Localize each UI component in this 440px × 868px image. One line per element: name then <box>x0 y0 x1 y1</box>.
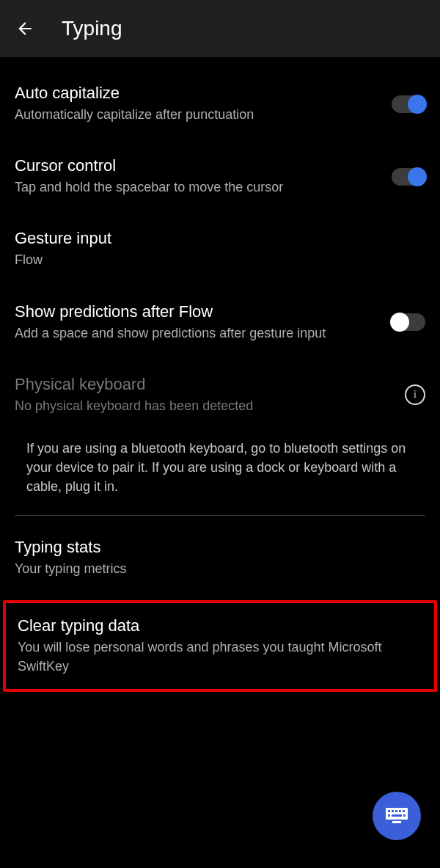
auto-capitalize-toggle[interactable] <box>392 95 425 113</box>
physical-keyboard-subtitle: No physical keyboard has been detected <box>15 397 393 415</box>
svg-rect-2 <box>392 810 394 812</box>
typing-stats-subtitle: Your typing metrics <box>15 560 425 578</box>
svg-rect-5 <box>403 810 405 812</box>
show-predictions-title: Show predictions after Flow <box>15 302 380 321</box>
gesture-input-title: Gesture input <box>15 229 425 248</box>
show-predictions-item[interactable]: Show predictions after Flow Add a space … <box>15 286 425 359</box>
info-icon[interactable]: i <box>405 384 425 405</box>
keyboard-fab[interactable] <box>373 792 421 840</box>
show-predictions-subtitle: Add a space and show predictions after g… <box>15 324 380 343</box>
clear-typing-data-title: Clear typing data <box>18 616 422 635</box>
back-arrow-icon[interactable] <box>15 18 35 39</box>
settings-content: Auto capitalize Automatically capitalize… <box>0 57 440 692</box>
cursor-control-toggle[interactable] <box>392 168 425 186</box>
cursor-control-subtitle: Tap and hold the spacebar to move the cu… <box>15 178 380 197</box>
auto-capitalize-subtitle: Automatically capitalize after punctuati… <box>15 106 380 124</box>
svg-rect-1 <box>388 810 390 812</box>
auto-capitalize-title: Auto capitalize <box>15 84 380 103</box>
app-header: Typing <box>0 0 440 57</box>
keyboard-icon <box>386 808 408 824</box>
keyboard-info-text: If you are using a bluetooth keyboard, g… <box>26 439 425 496</box>
svg-rect-9 <box>392 821 401 823</box>
page-title: Typing <box>62 17 122 40</box>
svg-rect-8 <box>403 814 406 817</box>
svg-rect-0 <box>386 808 408 820</box>
svg-rect-6 <box>388 814 390 817</box>
typing-stats-title: Typing stats <box>15 538 425 557</box>
gesture-input-subtitle: Flow <box>15 251 425 269</box>
clear-typing-data-subtitle: You will lose personal words and phrases… <box>18 638 422 675</box>
gesture-input-item[interactable]: Gesture input Flow <box>15 213 425 285</box>
physical-keyboard-title: Physical keyboard <box>15 375 393 394</box>
svg-rect-7 <box>392 814 402 817</box>
auto-capitalize-item[interactable]: Auto capitalize Automatically capitalize… <box>15 57 425 140</box>
clear-typing-data-highlight: Clear typing data You will lose personal… <box>3 600 437 691</box>
keyboard-info-box: If you are using a bluetooth keyboard, g… <box>15 431 425 516</box>
typing-stats-item[interactable]: Typing stats Your typing metrics <box>15 522 425 594</box>
clear-typing-data-item[interactable]: Clear typing data You will lose personal… <box>18 616 422 675</box>
svg-rect-4 <box>399 810 401 812</box>
cursor-control-item[interactable]: Cursor control Tap and hold the spacebar… <box>15 140 425 213</box>
cursor-control-title: Cursor control <box>15 156 380 175</box>
show-predictions-toggle[interactable] <box>392 313 425 331</box>
svg-rect-3 <box>395 810 397 812</box>
physical-keyboard-item[interactable]: Physical keyboard No physical keyboard h… <box>15 359 425 431</box>
